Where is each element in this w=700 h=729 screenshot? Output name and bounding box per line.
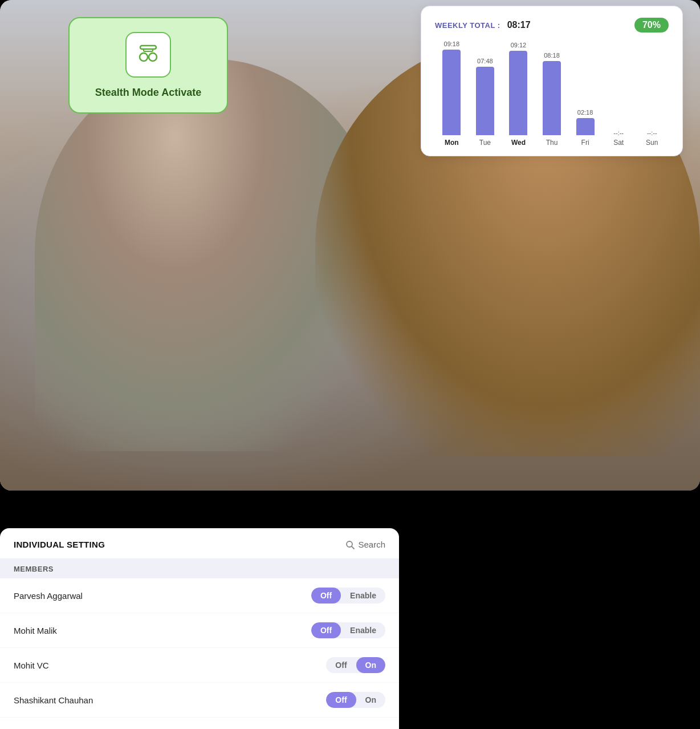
search-area[interactable]: Search [345, 540, 385, 549]
bar-time-wed: 09:12 [511, 42, 527, 48]
toggle-off-btn[interactable]: Off [311, 588, 341, 604]
svg-rect-1 [144, 49, 153, 51]
stealth-title: Stealth Mode Activate [81, 87, 215, 99]
bar-day-wed: Wed [511, 139, 526, 147]
bar-day-tue: Tue [479, 139, 491, 147]
settings-panel: INDIVIDUAL SETTING Search MEMBERS Parves… [0, 528, 399, 729]
search-icon [345, 540, 355, 549]
bar-day-fri: Fri [581, 139, 589, 147]
member-name: Mohit Malik [14, 626, 311, 635]
member-name: Shashikant Chauhan [14, 695, 326, 705]
svg-line-8 [352, 546, 354, 549]
weekly-total-time: 08:17 [507, 20, 531, 30]
toggle-on-btn[interactable]: On [356, 692, 385, 708]
chart-col-sat: --:--Sat [602, 129, 636, 147]
bar-time-tue: 07:48 [477, 58, 493, 64]
chart-col-wed: 09:12Wed [502, 42, 535, 147]
member-row: Mohit VCOffOn [0, 648, 399, 683]
bar-time-fri: 02:18 [577, 109, 593, 116]
bar-fri [576, 118, 595, 135]
stealth-icon-wrapper [125, 32, 171, 78]
toggle-group[interactable]: OffEnable [311, 588, 385, 604]
stealth-glasses-icon [135, 40, 162, 70]
bar-tue [476, 67, 494, 135]
chart-bars-area: 09:18Mon07:48Tue09:12Wed08:18Thu02:18Fri… [435, 44, 669, 147]
bar-day-sun: Sun [646, 139, 658, 147]
toggle-off-btn[interactable]: Off [326, 692, 356, 708]
svg-point-3 [149, 53, 157, 61]
chart-col-sun: --:--Sun [635, 129, 669, 147]
settings-header: INDIVIDUAL SETTING Search [0, 528, 399, 559]
toggle-group[interactable]: OffOn [326, 692, 385, 708]
settings-title: INDIVIDUAL SETTING [14, 540, 105, 549]
member-row: Shashikant ChauhanOffOn [0, 683, 399, 718]
bar-time-sun: --:-- [647, 129, 657, 136]
chart-header: WEEKLY TOTAL : 08:17 70% [435, 18, 669, 33]
toggle-off-btn[interactable]: Off [326, 657, 356, 673]
member-row: Parvesh AggarwalOffEnable [0, 578, 399, 613]
chart-col-mon: 09:18Mon [435, 40, 469, 147]
toggle-group[interactable]: OffOn [326, 657, 385, 673]
bar-day-mon: Mon [445, 139, 459, 147]
member-row: Mohit MalikOffEnable [0, 613, 399, 648]
toggle-on-btn[interactable]: Enable [341, 588, 385, 604]
bar-time-mon: 09:18 [444, 40, 460, 47]
bar-wed [509, 51, 527, 135]
search-text[interactable]: Search [358, 540, 385, 549]
member-name: Parvesh Aggarwal [14, 591, 311, 601]
bar-day-thu: Thu [546, 139, 558, 147]
toggle-off-btn[interactable]: Off [311, 622, 341, 638]
members-label: MEMBERS [14, 565, 54, 573]
toggle-on-btn[interactable]: On [356, 657, 385, 673]
member-name: Mohit VC [14, 661, 326, 670]
percent-badge: 70% [634, 18, 669, 33]
bar-thu [543, 61, 561, 135]
chart-card: WEEKLY TOTAL : 08:17 70% 09:18Mon07:48Tu… [421, 6, 683, 156]
bar-time-thu: 08:18 [544, 52, 560, 59]
toggle-group[interactable]: OffEnable [311, 622, 385, 638]
bar-mon [442, 50, 461, 135]
weekly-total-label: WEEKLY TOTAL : [435, 21, 500, 30]
chart-col-tue: 07:48Tue [469, 58, 502, 147]
members-list: Parvesh AggarwalOffEnableMohit MalikOffE… [0, 578, 399, 718]
toggle-on-btn[interactable]: Enable [341, 622, 385, 638]
chart-col-thu: 08:18Thu [535, 52, 569, 147]
members-label-row: MEMBERS [0, 559, 399, 578]
bar-time-sat: --:-- [613, 129, 624, 136]
bar-day-sat: Sat [613, 139, 624, 147]
svg-point-2 [140, 53, 148, 61]
chart-col-fri: 02:18Fri [568, 109, 602, 147]
stealth-mode-card: Stealth Mode Activate [68, 17, 228, 114]
